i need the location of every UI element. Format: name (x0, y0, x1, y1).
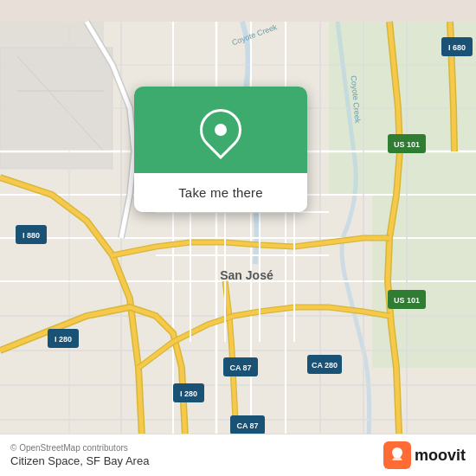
svg-text:US 101: US 101 (394, 296, 420, 305)
bottom-info: © OpenStreetMap contributors Citizen Spa… (10, 443, 149, 467)
moovit-logo: moovit (383, 441, 466, 469)
popup-card: Take me there (134, 87, 307, 212)
map-container: I 880 I 280 I 280 US 101 US 101 I 680 CA… (0, 0, 476, 476)
location-pin-dot (215, 124, 227, 136)
svg-text:CA 87: CA 87 (229, 363, 251, 372)
moovit-icon (383, 441, 411, 469)
svg-text:I 280: I 280 (55, 335, 72, 344)
svg-text:I 280: I 280 (180, 389, 197, 398)
svg-text:San José: San José (220, 268, 273, 282)
svg-text:I 880: I 880 (23, 231, 40, 240)
location-pin-icon (191, 100, 250, 159)
bottom-bar: © OpenStreetMap contributors Citizen Spa… (0, 434, 476, 476)
popup-green-area (134, 87, 307, 173)
moovit-text: moovit (415, 447, 466, 465)
copyright-text: © OpenStreetMap contributors (10, 443, 149, 453)
place-name: Citizen Space, SF Bay Area (10, 454, 149, 467)
svg-text:I 680: I 680 (448, 43, 466, 52)
take-me-there-button[interactable]: Take me there (134, 173, 307, 212)
svg-text:CA 87: CA 87 (236, 421, 258, 430)
svg-text:US 101: US 101 (394, 140, 420, 149)
svg-text:CA 280: CA 280 (312, 361, 338, 370)
